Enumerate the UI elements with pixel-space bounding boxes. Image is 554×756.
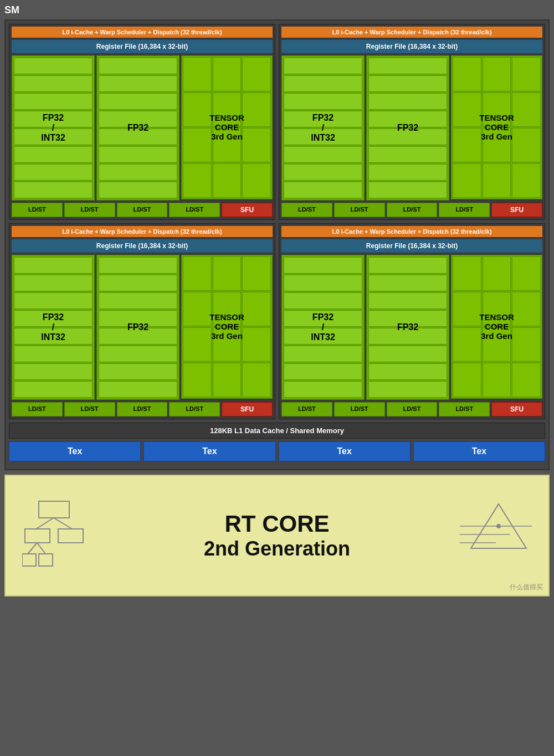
register-file-bar-1: Register File (16,384 x 32-bit) bbox=[12, 40, 273, 53]
svg-line-5 bbox=[28, 543, 37, 554]
register-file-bar-2: Register File (16,384 x 32-bit) bbox=[281, 40, 542, 53]
tensor-label-2: TENSORCORE3rd Gen bbox=[452, 55, 542, 199]
fp32-int32-block-4: FP32/INT32 bbox=[281, 255, 365, 400]
l0-cache-bar-2: L0 i-Cache + Warp Scheduler + Dispatch (… bbox=[281, 27, 542, 38]
l0-cache-bar-3: L0 i-Cache + Warp Scheduler + Dispatch (… bbox=[12, 226, 273, 237]
sub-unit-4: L0 i-Cache + Warp Scheduler + Dispatch (… bbox=[279, 223, 545, 419]
tex-4: Tex bbox=[413, 441, 545, 461]
watermark: 什么值得买 bbox=[510, 583, 543, 592]
bottom-row-4: LD/ST LD/ST LD/ST LD/ST SFU bbox=[281, 402, 542, 416]
register-file-bar-3: Register File (16,384 x 32-bit) bbox=[12, 239, 273, 253]
sm-container: L0 i-Cache + Warp Scheduler + Dispatch (… bbox=[4, 19, 550, 470]
ldst-5: LD/ST bbox=[281, 203, 332, 217]
bottom-row-3: LD/ST LD/ST LD/ST LD/ST SFU bbox=[12, 402, 273, 416]
tensor-block-4: TENSORCORE3rd Gen bbox=[451, 255, 542, 399]
ldst-10: LD/ST bbox=[64, 402, 115, 416]
l1-cache-bar: 128KB L1 Data Cache / Shared Memory bbox=[9, 423, 545, 439]
fp32-int32-label-2: FP32/INT32 bbox=[282, 56, 364, 200]
fp32-label-1: FP32 bbox=[97, 56, 179, 200]
svg-rect-0 bbox=[39, 501, 69, 518]
fp32-block-3: FP32 bbox=[96, 255, 179, 400]
sub-unit-2: L0 i-Cache + Warp Scheduler + Dispatch (… bbox=[279, 24, 545, 220]
main-container: SM L0 i-Cache + Warp Scheduler + Dispatc… bbox=[0, 0, 554, 601]
fp32-int32-block-1: FP32/INT32 bbox=[12, 55, 95, 200]
l0-cache-bar-1: L0 i-Cache + Warp Scheduler + Dispatch (… bbox=[12, 27, 273, 38]
cores-grid-3: FP32/INT32 FP32 bbox=[12, 255, 273, 400]
sub-unit-3: L0 i-Cache + Warp Scheduler + Dispatch (… bbox=[9, 223, 275, 419]
register-file-bar-4: Register File (16,384 x 32-bit) bbox=[281, 239, 542, 253]
svg-rect-4 bbox=[58, 529, 83, 543]
svg-point-13 bbox=[496, 524, 501, 528]
fp32-label-3: FP32 bbox=[97, 255, 179, 399]
tensor-block-2: TENSORCORE3rd Gen bbox=[451, 55, 542, 199]
sfu-3: SFU bbox=[222, 402, 273, 416]
tex-2: Tex bbox=[143, 441, 275, 461]
fp32-int32-label-3: FP32/INT32 bbox=[12, 255, 94, 399]
tensor-block-3: TENSORCORE3rd Gen bbox=[181, 255, 273, 399]
fp32-block-2: FP32 bbox=[366, 55, 449, 200]
ldst-15: LD/ST bbox=[387, 402, 438, 416]
ldst-12: LD/ST bbox=[169, 402, 220, 416]
tex-row: Tex Tex Tex Tex bbox=[9, 441, 545, 461]
l0-cache-bar-4: L0 i-Cache + Warp Scheduler + Dispatch (… bbox=[281, 226, 542, 237]
quad-grid: L0 i-Cache + Warp Scheduler + Dispatch (… bbox=[9, 24, 545, 419]
tensor-label-4: TENSORCORE3rd Gen bbox=[452, 254, 542, 398]
svg-line-1 bbox=[36, 518, 54, 529]
tex-3: Tex bbox=[279, 441, 411, 461]
cores-grid-4: FP32/INT32 FP32 bbox=[281, 255, 542, 400]
ldst-14: LD/ST bbox=[334, 402, 385, 416]
rt-core-label: RT CORE 2nd Generation bbox=[204, 511, 350, 560]
fp32-int32-label-1: FP32/INT32 bbox=[12, 56, 94, 200]
ldst-9: LD/ST bbox=[12, 402, 63, 416]
rt-core-section: RT CORE 2nd Generation 什么值得买 bbox=[4, 475, 550, 596]
ldst-1: LD/ST bbox=[12, 203, 63, 217]
ldst-2: LD/ST bbox=[64, 203, 115, 217]
ldst-13: LD/ST bbox=[281, 402, 332, 416]
svg-rect-8 bbox=[39, 554, 53, 566]
ldst-3: LD/ST bbox=[117, 203, 168, 217]
bottom-row-1: LD/ST LD/ST LD/ST LD/ST SFU bbox=[12, 203, 273, 217]
sfu-1: SFU bbox=[222, 203, 273, 217]
fp32-block-4: FP32 bbox=[366, 255, 449, 400]
cores-grid-1: FP32/INT32 bbox=[12, 55, 273, 200]
ldst-11: LD/ST bbox=[117, 402, 168, 416]
svg-rect-7 bbox=[22, 554, 36, 566]
ldst-16: LD/ST bbox=[439, 402, 490, 416]
ldst-6: LD/ST bbox=[334, 203, 385, 217]
fp32-int32-block-2: FP32/INT32 bbox=[281, 55, 365, 200]
rt-ray-diagram bbox=[460, 498, 532, 573]
bottom-row-2: LD/ST LD/ST LD/ST LD/ST SFU bbox=[281, 203, 542, 217]
fp32-int32-block-3: FP32/INT32 bbox=[12, 255, 95, 400]
svg-line-2 bbox=[54, 518, 72, 529]
fp32-label-2: FP32 bbox=[367, 56, 449, 200]
sfu-4: SFU bbox=[491, 402, 542, 416]
fp32-block-1: FP32 bbox=[96, 55, 179, 200]
ldst-8: LD/ST bbox=[439, 203, 490, 217]
tensor-label-3: TENSORCORE3rd Gen bbox=[182, 254, 272, 398]
cores-grid-2: FP32/INT32 FP32 bbox=[281, 55, 542, 200]
fp32-int32-label-4: FP32/INT32 bbox=[282, 255, 364, 399]
rt-bvh-diagram bbox=[22, 498, 89, 573]
fp32-label-4: FP32 bbox=[367, 255, 449, 399]
tensor-label-1: TENSORCORE3rd Gen bbox=[182, 55, 272, 199]
sub-unit-1: L0 i-Cache + Warp Scheduler + Dispatch (… bbox=[9, 24, 275, 220]
svg-rect-3 bbox=[25, 529, 50, 543]
svg-line-6 bbox=[37, 543, 45, 554]
sfu-2: SFU bbox=[491, 203, 542, 217]
tex-1: Tex bbox=[9, 441, 141, 461]
rt-core-title: RT CORE bbox=[204, 511, 350, 537]
tensor-block-1: TENSORCORE3rd Gen bbox=[181, 55, 273, 199]
rt-core-sub: 2nd Generation bbox=[204, 537, 350, 560]
ldst-7: LD/ST bbox=[387, 203, 438, 217]
ldst-4: LD/ST bbox=[169, 203, 220, 217]
sm-label: SM bbox=[4, 4, 550, 16]
